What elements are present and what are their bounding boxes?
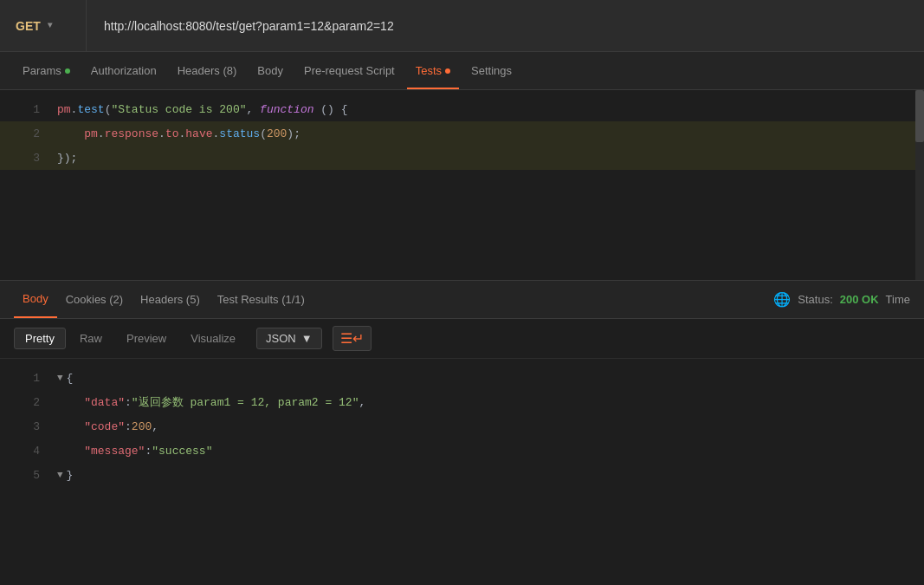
editor-scrollbar[interactable]	[915, 90, 924, 280]
tests-dot	[445, 68, 450, 74]
response-json: 1 ▼ { 2 "data": "返回参数 param1 = 12, param…	[0, 359, 924, 494]
tab-params-label: Params	[23, 64, 61, 77]
code-block: 1 pm.test("Status code is 200", function…	[0, 90, 924, 177]
status-label: Status:	[798, 293, 832, 306]
response-tab-test-results[interactable]: Test Results (1/1)	[209, 281, 313, 318]
wrap-icon: ☰↵	[340, 331, 364, 346]
collapse-btn-1[interactable]: ▼	[57, 373, 63, 383]
request-tabs-row: Params Authorization Headers (8) Body Pr…	[0, 52, 924, 90]
json-line-num-1: 1	[14, 372, 40, 385]
json-line-3: 3 "code": 200,	[0, 414, 924, 439]
line-num-3: 3	[14, 152, 40, 165]
code-line-1: 1 pm.test("Status code is 200", function…	[0, 97, 924, 121]
response-tab-test-results-label: Test Results (1/1)	[217, 293, 305, 306]
code-line-2: 2 pm.response.to.have.status(200);	[0, 121, 924, 146]
json-line-num-5: 5	[14, 469, 40, 482]
response-tab-body[interactable]: Body	[14, 281, 57, 318]
wrap-button[interactable]: ☰↵	[333, 326, 372, 351]
tab-tests[interactable]: Tests	[407, 52, 459, 89]
code-editor[interactable]: 1 pm.test("Status code is 200", function…	[0, 90, 924, 281]
format-visualize-button[interactable]: Visualize	[180, 328, 246, 348]
code-content-1: pm.test("Status code is 200", function (…	[57, 103, 348, 116]
time-label: Time	[886, 293, 910, 306]
tab-headers[interactable]: Headers (8)	[169, 52, 246, 89]
format-pretty-button[interactable]: Pretty	[14, 328, 66, 349]
globe-icon: 🌐	[773, 291, 791, 308]
response-tab-cookies[interactable]: Cookies (2)	[57, 281, 132, 318]
tab-tests-label: Tests	[416, 64, 442, 77]
response-tab-body-label: Body	[23, 292, 48, 305]
status-info: 🌐 Status: 200 OK Time	[773, 291, 910, 308]
json-chevron-icon: ▼	[301, 332, 313, 345]
tab-authorization-label: Authorization	[91, 64, 157, 77]
tab-body[interactable]: Body	[249, 52, 292, 89]
response-tab-headers[interactable]: Headers (5)	[132, 281, 209, 318]
scrollbar-thumb	[915, 90, 924, 142]
chevron-down-icon: ▼	[48, 21, 53, 30]
code-content-2: pm.response.to.have.status(200);	[57, 127, 300, 140]
json-line-5: 5 ▼ }	[0, 463, 924, 487]
line-num-2: 2	[14, 127, 40, 140]
status-code: 200 OK	[840, 293, 879, 306]
json-line-num-3: 3	[14, 420, 40, 433]
response-tab-cookies-label: Cookies (2)	[66, 293, 123, 306]
json-format-label: JSON	[266, 332, 296, 345]
response-area: Body Cookies (2) Headers (5) Test Result…	[0, 281, 924, 494]
json-line-4: 4 "message": "success"	[0, 439, 924, 463]
line-num-1: 1	[14, 103, 40, 116]
json-format-selector[interactable]: JSON ▼	[256, 328, 322, 349]
code-line-3: 3 });	[0, 146, 924, 170]
method-selector[interactable]: GET ▼	[0, 0, 87, 51]
url-input[interactable]	[87, 19, 924, 33]
tab-settings-label: Settings	[471, 64, 512, 77]
format-preview-button[interactable]: Preview	[116, 328, 177, 348]
tab-params[interactable]: Params	[14, 52, 79, 89]
tab-body-label: Body	[257, 64, 283, 77]
url-bar: GET ▼	[0, 0, 924, 52]
tab-pre-request[interactable]: Pre-request Script	[295, 52, 404, 89]
method-label: GET	[16, 19, 41, 33]
params-dot	[65, 68, 70, 74]
json-line-num-4: 4	[14, 445, 40, 458]
response-tab-headers-label: Headers (5)	[140, 293, 200, 306]
code-content-3: });	[57, 152, 77, 165]
tab-authorization[interactable]: Authorization	[82, 52, 165, 89]
collapse-btn-5[interactable]: ▼	[57, 470, 63, 480]
format-bar: Pretty Raw Preview Visualize JSON ▼ ☰↵	[0, 319, 924, 359]
response-tabs-row: Body Cookies (2) Headers (5) Test Result…	[0, 281, 924, 319]
tab-settings[interactable]: Settings	[462, 52, 520, 89]
tab-headers-label: Headers (8)	[178, 64, 237, 77]
format-raw-button[interactable]: Raw	[69, 328, 113, 348]
tab-pre-request-label: Pre-request Script	[304, 64, 395, 77]
json-line-2: 2 "data": "返回参数 param1 = 12, param2 = 12…	[0, 390, 924, 414]
json-line-num-2: 2	[14, 396, 40, 409]
json-line-1: 1 ▼ {	[0, 366, 924, 390]
